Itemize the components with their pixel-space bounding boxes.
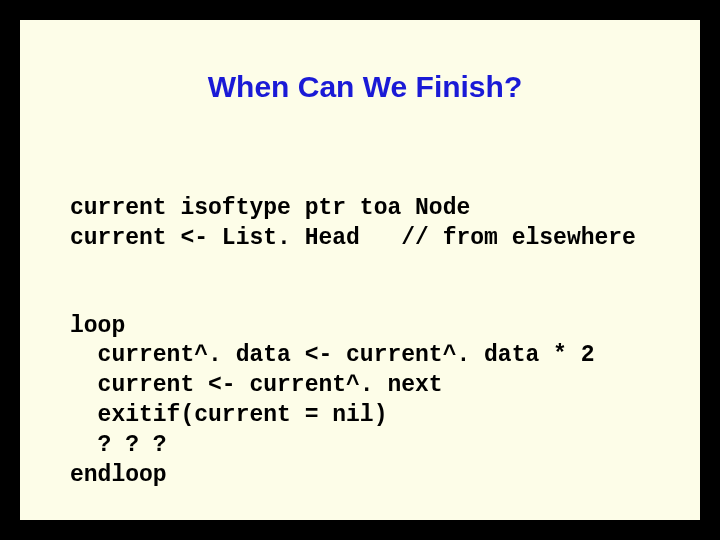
code-line-decl-2: current <- List. Head // from elsewhere: [70, 225, 636, 251]
code-line-loop-open: loop: [70, 313, 125, 339]
code-line-loop-close: endloop: [70, 462, 167, 488]
slide-frame: When Can We Finish? current isoftype ptr…: [0, 0, 720, 540]
code-block: current isoftype ptr toa Node current <-…: [70, 164, 660, 521]
code-line-body-4: ? ? ?: [70, 432, 167, 458]
code-line-decl-1: current isoftype ptr toa Node: [70, 195, 470, 221]
slide-body: When Can We Finish? current isoftype ptr…: [18, 18, 702, 522]
code-line-body-2: current <- current^. next: [70, 372, 443, 398]
code-blank-line: [70, 254, 660, 282]
code-line-body-1: current^. data <- current^. data * 2: [70, 342, 595, 368]
code-line-body-3: exitif(current = nil): [70, 402, 387, 428]
slide-title: When Can We Finish?: [70, 70, 660, 104]
